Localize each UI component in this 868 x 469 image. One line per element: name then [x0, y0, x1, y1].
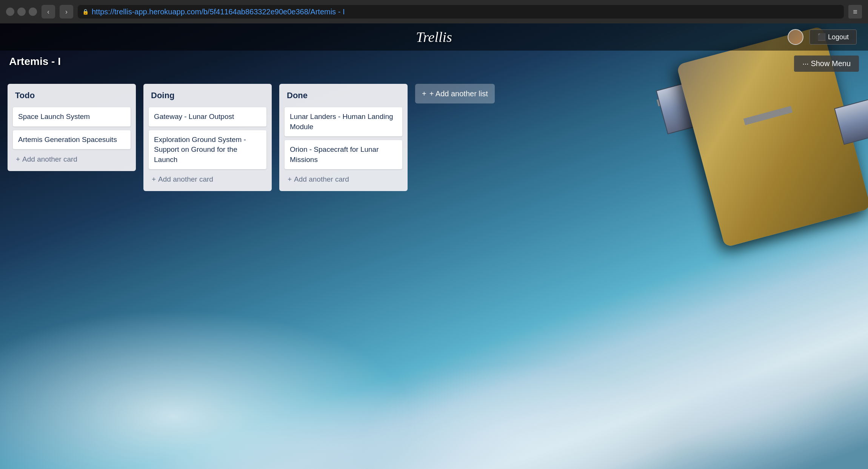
traffic-light-close[interactable] [6, 8, 14, 16]
list-doing: Doing Gateway - Lunar Outpost Exploratio… [143, 84, 272, 191]
show-menu-label: ··· Show Menu [802, 59, 851, 68]
traffic-lights [6, 8, 37, 16]
browser-chrome: ‹ › 🔒 https://trellis-app.herokuapp.com/… [0, 0, 868, 23]
plus-icon-list: + [422, 89, 426, 98]
list-title-done: Done [285, 89, 402, 102]
card-artemis-spacesuits[interactable]: Artemis Generation Spacesuits [13, 130, 131, 150]
plus-icon: + [16, 155, 20, 164]
board-title: Artemis - I [9, 56, 61, 68]
list-done: Done Lunar Landers - Human Landing Modul… [279, 84, 408, 191]
lock-icon: 🔒 [82, 9, 89, 15]
card-orion[interactable]: Orion - Spacecraft for Lunar Missions [285, 140, 402, 169]
logout-icon: ⬛ [817, 33, 826, 41]
list-todo: Todo Space Launch System Artemis Generat… [8, 84, 136, 171]
forward-button[interactable]: › [60, 5, 73, 19]
card-exploration-ground-system[interactable]: Exploration Ground System - Support on G… [149, 130, 266, 170]
show-menu-button[interactable]: ··· Show Menu [794, 56, 859, 72]
add-card-todo-label: Add another card [22, 155, 77, 164]
card-gateway[interactable]: Gateway - Lunar Outpost [149, 107, 266, 127]
logout-label: Logout [828, 33, 849, 41]
browser-menu-button[interactable]: ≡ [848, 5, 862, 19]
traffic-light-minimize[interactable] [17, 8, 26, 16]
traffic-light-maximize[interactable] [29, 8, 37, 16]
address-bar[interactable]: 🔒 https://trellis-app.herokuapp.com/b/5f… [78, 5, 844, 19]
app-area: Trellis ⬛ Logout Artemis - I ··· Show Me… [0, 23, 868, 469]
add-card-doing-label: Add another card [158, 175, 213, 184]
card-space-launch-system[interactable]: Space Launch System [13, 107, 131, 127]
list-title-doing: Doing [149, 89, 266, 102]
add-list-button[interactable]: + + Add another list [415, 84, 495, 103]
list-title-todo: Todo [13, 89, 131, 102]
url-text: https://trellis-app.herokuapp.com/b/5f41… [92, 8, 345, 16]
app-navbar: Trellis ⬛ Logout [0, 23, 868, 51]
add-card-done-label: Add another card [294, 175, 349, 184]
back-button[interactable]: ‹ [42, 5, 55, 19]
logout-button[interactable]: ⬛ Logout [810, 29, 857, 45]
add-card-done-button[interactable]: + Add another card [285, 173, 402, 186]
avatar[interactable] [788, 29, 803, 45]
add-list-label: + Add another list [429, 89, 488, 98]
board-content: Todo Space Launch System Artemis Generat… [0, 76, 868, 469]
app-logo: Trellis [416, 29, 452, 45]
nav-right: ⬛ Logout [788, 29, 857, 45]
add-card-doing-button[interactable]: + Add another card [149, 173, 266, 186]
plus-icon-done: + [288, 175, 292, 184]
plus-icon-doing: + [152, 175, 156, 184]
add-card-todo-button[interactable]: + Add another card [13, 153, 131, 166]
card-lunar-landers[interactable]: Lunar Landers - Human Landing Module [285, 107, 402, 136]
